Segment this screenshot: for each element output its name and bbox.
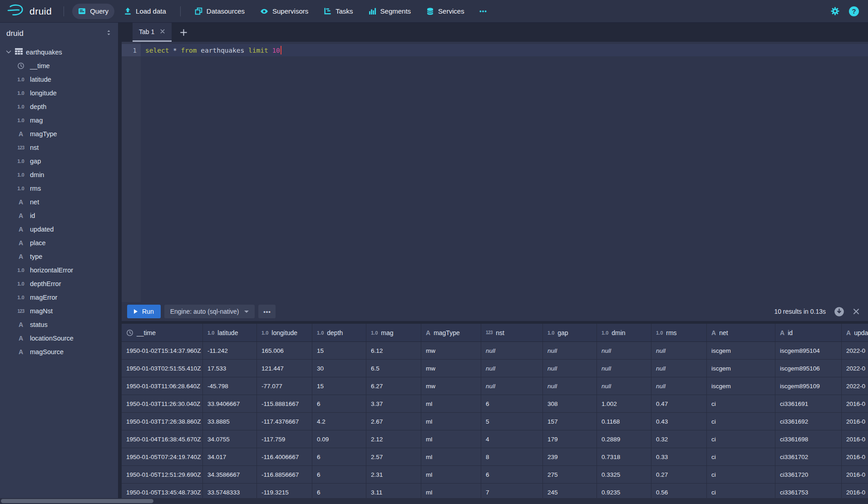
table-cell[interactable]: null [597, 342, 651, 360]
nav-item-services[interactable]: Services [420, 4, 470, 19]
table-cell[interactable]: 2016-0 [842, 448, 868, 466]
table-cell[interactable]: ci3361702 [775, 448, 842, 466]
table-cell[interactable]: 1950-01-02T15:14:37.960Z [122, 342, 203, 360]
table-cell[interactable]: -116.8856667 [257, 466, 312, 484]
table-cell[interactable]: 5 [481, 413, 543, 430]
table-cell[interactable]: iscgem895109 [775, 377, 842, 395]
nav-item-segments[interactable]: Segments [363, 4, 417, 19]
scrollbar-thumb[interactable] [1, 499, 153, 503]
table-cell[interactable]: ci3361698 [775, 430, 842, 448]
table-cell[interactable]: ml [421, 466, 481, 484]
table-cell[interactable]: ci3361691 [775, 395, 842, 413]
horizontal-scrollbar[interactable] [0, 498, 868, 504]
column-item-type[interactable]: Atype [0, 250, 118, 263]
column-item-net[interactable]: Anet [0, 195, 118, 209]
table-cell[interactable]: mw [421, 360, 481, 377]
table-cell[interactable]: 239 [543, 448, 597, 466]
header-cell-depth[interactable]: 1.0depth [312, 324, 366, 342]
table-cell[interactable]: 0.43 [651, 413, 707, 430]
table-cell[interactable]: null [543, 377, 597, 395]
header-cell-__time[interactable]: __time [122, 324, 203, 342]
run-button[interactable]: Run [127, 305, 161, 318]
table-cell[interactable]: -116.4006667 [257, 448, 312, 466]
table-cell[interactable]: null [543, 342, 597, 360]
table-cell[interactable]: null [481, 342, 543, 360]
table-cell[interactable]: 33.8885 [203, 413, 257, 430]
table-cell[interactable]: mw [421, 377, 481, 395]
table-cell[interactable]: 0.27 [651, 466, 707, 484]
close-results-icon[interactable] [853, 308, 860, 315]
table-cell[interactable]: -11.242 [203, 342, 257, 360]
table-cell[interactable]: 2022-0 [842, 377, 868, 395]
table-cell[interactable]: iscgem [707, 342, 775, 360]
table-cell[interactable]: 17.533 [203, 360, 257, 377]
query-more-button[interactable]: ••• [258, 305, 276, 318]
column-item-magError[interactable]: 1.0magError [0, 291, 118, 304]
schema-selector[interactable]: druid [0, 24, 118, 44]
table-cell[interactable]: -117.4376667 [257, 413, 312, 430]
table-cell[interactable]: 1950-01-05T07:24:19.740Z [122, 448, 203, 466]
table-item-earthquakes[interactable]: earthquakes [0, 45, 118, 59]
nav-item-supervisors[interactable]: Supervisors [254, 4, 314, 19]
table-cell[interactable]: 2.57 [366, 448, 421, 466]
table-cell[interactable]: 6 [481, 466, 543, 484]
table-cell[interactable]: 2016-0 [842, 466, 868, 484]
nav-item-load-data[interactable]: Load data [118, 4, 172, 19]
double-caret-icon[interactable] [106, 29, 112, 38]
table-cell[interactable]: ci [707, 395, 775, 413]
table-row[interactable]: 1950-01-05T12:51:29.690Z34.3586667-116.8… [122, 466, 868, 484]
table-cell[interactable]: 4 [481, 430, 543, 448]
table-cell[interactable]: ci [707, 413, 775, 430]
table-cell[interactable]: null [651, 342, 707, 360]
chevron-down-icon[interactable] [5, 49, 12, 56]
table-cell[interactable]: 0.3325 [597, 466, 651, 484]
header-cell-magType[interactable]: AmagType [421, 324, 481, 342]
table-cell[interactable]: 0.1168 [597, 413, 651, 430]
table-cell[interactable]: 15 [312, 377, 366, 395]
table-cell[interactable]: 0.32 [651, 430, 707, 448]
table-cell[interactable]: 6 [312, 395, 366, 413]
table-cell[interactable]: 1950-01-03T17:26:38.860Z [122, 413, 203, 430]
table-cell[interactable]: -115.8881667 [257, 395, 312, 413]
table-cell[interactable]: 0.33 [651, 448, 707, 466]
table-cell[interactable]: null [597, 360, 651, 377]
table-row[interactable]: 1950-01-03T11:06:28.640Z-45.798-77.07715… [122, 377, 868, 395]
table-cell[interactable]: 6 [481, 395, 543, 413]
tab-1[interactable]: Tab 1 [133, 23, 172, 42]
table-cell[interactable]: null [481, 360, 543, 377]
table-cell[interactable]: 15 [312, 342, 366, 360]
header-cell-latitude[interactable]: 1.0latitude [203, 324, 257, 342]
table-row[interactable]: 1950-01-03T02:51:55.410Z17.533121.447306… [122, 360, 868, 377]
table-cell[interactable]: 4.2 [312, 413, 366, 430]
table-cell[interactable]: 33.9406667 [203, 395, 257, 413]
table-cell[interactable]: 30 [312, 360, 366, 377]
table-cell[interactable]: 1950-01-04T16:38:45.670Z [122, 430, 203, 448]
table-cell[interactable]: -45.798 [203, 377, 257, 395]
column-item-rms[interactable]: 1.0rms [0, 182, 118, 195]
table-cell[interactable]: 3.37 [366, 395, 421, 413]
column-item-gap[interactable]: 1.0gap [0, 154, 118, 168]
nav-item-query[interactable]: Query [72, 4, 114, 19]
table-cell[interactable]: ml [421, 448, 481, 466]
table-cell[interactable]: mw [421, 342, 481, 360]
table-cell[interactable]: 6.27 [366, 377, 421, 395]
column-item-latitude[interactable]: 1.0latitude [0, 73, 118, 86]
header-cell-nst[interactable]: 123nst [481, 324, 543, 342]
header-cell-gap[interactable]: 1.0gap [543, 324, 597, 342]
table-row[interactable]: 1950-01-02T15:14:37.960Z-11.242165.00615… [122, 342, 868, 360]
table-cell[interactable]: 1950-01-05T12:51:29.690Z [122, 466, 203, 484]
table-row[interactable]: 1950-01-04T16:38:45.670Z34.0755-117.7590… [122, 430, 868, 448]
new-tab-button[interactable] [180, 23, 187, 42]
column-item-dmin[interactable]: 1.0dmin [0, 168, 118, 182]
table-row[interactable]: 1950-01-03T17:26:38.860Z33.8885-117.4376… [122, 413, 868, 430]
table-cell[interactable]: ci [707, 466, 775, 484]
table-cell[interactable]: ci [707, 430, 775, 448]
table-cell[interactable]: null [651, 360, 707, 377]
header-cell-rms[interactable]: 1.0rms [651, 324, 707, 342]
table-cell[interactable]: 0.47 [651, 395, 707, 413]
column-item-locationSource[interactable]: AlocationSource [0, 331, 118, 345]
table-cell[interactable]: ci3361720 [775, 466, 842, 484]
table-cell[interactable]: 1.002 [597, 395, 651, 413]
table-cell[interactable]: 179 [543, 430, 597, 448]
nav-item-tasks[interactable]: Tasks [318, 4, 359, 19]
